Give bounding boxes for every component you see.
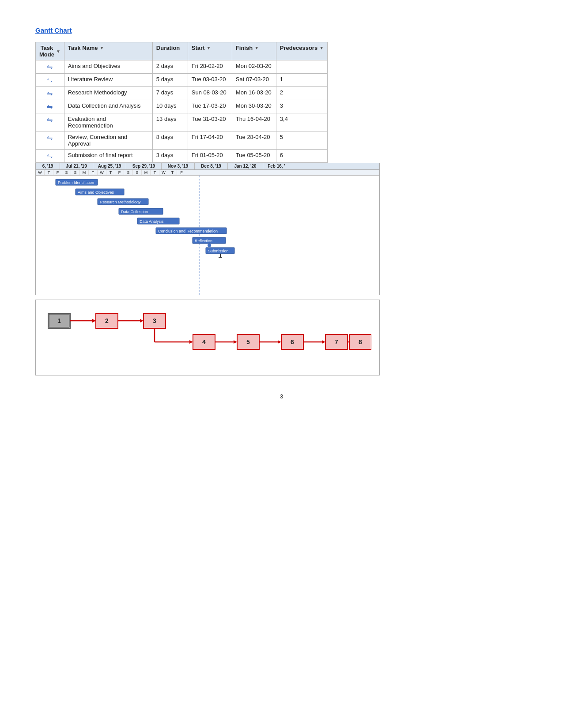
col-header-duration: Duration — [152, 42, 188, 60]
col-header-start: Start ▼ — [188, 42, 232, 60]
svg-text:4: 4 — [202, 338, 206, 345]
svg-text:Conclusion and Recommendetion: Conclusion and Recommendetion — [158, 229, 218, 233]
day-F1: F — [53, 170, 62, 175]
svg-text:Data Analysis: Data Analysis — [140, 219, 164, 224]
gantt-table: TaskMode ▼ Task Name ▼ Duration Start ▼ … — [35, 42, 328, 163]
svg-text:5: 5 — [246, 338, 250, 345]
svg-text:Problem Identifiation: Problem Identifiation — [58, 180, 94, 185]
cell-mode: ⇋ — [36, 150, 64, 163]
task-mode-icon: ⇋ — [39, 89, 60, 98]
cell-duration: 8 days — [152, 131, 188, 150]
table-row: ⇋Submission of final report3 daysFri 01-… — [36, 150, 328, 163]
cell-start: Tue 03-03-20 — [188, 74, 232, 87]
cell-start: Tue 17-03-20 — [188, 100, 232, 113]
cell-name: Submission of final report — [64, 150, 152, 163]
table-row: ⇋Literature Review5 daysTue 03-03-20Sat … — [36, 74, 328, 87]
day-F3: F — [177, 170, 186, 175]
day-W3: W — [159, 170, 168, 175]
chart-date-1: 6, '19 — [36, 163, 60, 169]
svg-text:Research Methodology: Research Methodology — [100, 200, 141, 204]
chart-date-7: Jan 12, '20 — [228, 163, 263, 169]
cell-name: Research Methodology — [64, 87, 152, 100]
table-row: ⇋Evaluation and Recommendetion13 daysTue… — [36, 113, 328, 131]
cell-mode: ⇋ — [36, 113, 64, 131]
cell-predecessors: 3 — [276, 100, 327, 113]
cell-mode: ⇋ — [36, 87, 64, 100]
svg-text:6: 6 — [291, 338, 294, 345]
cell-predecessors: 2 — [276, 87, 327, 100]
cell-finish: Tue 28-04-20 — [232, 131, 276, 150]
cell-duration: 13 days — [152, 113, 188, 131]
cell-finish: Sat 07-03-20 — [232, 74, 276, 87]
day-T4: T — [151, 170, 159, 175]
svg-text:2: 2 — [105, 317, 109, 324]
day-M2: M — [142, 170, 151, 175]
task-mode-icon: ⇋ — [39, 116, 60, 124]
cell-name: Literature Review — [64, 74, 152, 87]
day-F2: F — [115, 170, 124, 175]
task-mode-icon: ⇋ — [39, 134, 60, 142]
svg-text:3: 3 — [153, 317, 156, 324]
task-mode-icon: ⇋ — [39, 63, 60, 71]
cell-finish: Mon 30-03-20 — [232, 100, 276, 113]
col-header-mode: TaskMode ▼ — [36, 42, 64, 60]
page-title: Gantt Chart — [35, 26, 528, 34]
page-number: 3 — [35, 393, 528, 400]
cell-predecessors: 6 — [276, 150, 327, 163]
chart-date-8: Feb 16, ' — [263, 163, 290, 169]
cell-mode: ⇋ — [36, 131, 64, 150]
pred-dropdown-icon[interactable]: ▼ — [319, 45, 324, 50]
chart-date-5: Nov 3, '19 — [162, 163, 195, 169]
cell-name: Review, Correction and Approval — [64, 131, 152, 150]
start-dropdown-icon[interactable]: ▼ — [206, 45, 211, 50]
col-header-name: Task Name ▼ — [64, 42, 152, 60]
cell-mode: ⇋ — [36, 60, 64, 74]
day-T5: T — [168, 170, 177, 175]
cell-finish: Thu 16-04-20 — [232, 113, 276, 131]
col-header-finish: Finish ▼ — [232, 42, 276, 60]
cell-start: Fri 17-04-20 — [188, 131, 232, 150]
task-mode-icon: ⇋ — [39, 76, 60, 84]
cell-start: Fri 28-02-20 — [188, 60, 232, 74]
cell-predecessors: 1 — [276, 74, 327, 87]
cell-name: Evaluation and Recommendetion — [64, 113, 152, 131]
cell-finish: Mon 02-03-20 — [232, 60, 276, 74]
chart-date-4: Sep 29, '19 — [126, 163, 162, 169]
finish-dropdown-icon[interactable]: ▼ — [254, 45, 259, 50]
cell-finish: Mon 16-03-20 — [232, 87, 276, 100]
name-dropdown-icon[interactable]: ▼ — [100, 45, 104, 50]
chart-date-3: Aug 25, '19 — [93, 163, 126, 169]
cell-predecessors: 3,4 — [276, 113, 327, 131]
cell-mode: ⇋ — [36, 74, 64, 87]
day-S1: S — [62, 170, 71, 175]
svg-text:Reflection: Reflection — [195, 239, 212, 243]
svg-text:1: 1 — [57, 317, 61, 324]
chart-date-2: Jul 21, '19 — [60, 163, 93, 169]
cell-duration: 5 days — [152, 74, 188, 87]
cell-duration: 7 days — [152, 87, 188, 100]
day-T2: T — [89, 170, 98, 175]
table-row: ⇋Data Collection and Analysis10 daysTue … — [36, 100, 328, 113]
table-row: ⇋Research Methodology7 daysSun 08-03-20M… — [36, 87, 328, 100]
cell-duration: 10 days — [152, 100, 188, 113]
svg-point-15 — [208, 244, 211, 247]
day-S2: S — [71, 170, 80, 175]
day-T1: T — [45, 170, 53, 175]
day-S4: S — [133, 170, 142, 175]
svg-text:Data Collection: Data Collection — [121, 210, 148, 214]
day-T3: T — [106, 170, 115, 175]
cell-start: Fri 01-05-20 — [188, 150, 232, 163]
svg-text:8: 8 — [359, 338, 362, 345]
table-row: ⇋Review, Correction and Approval8 daysFr… — [36, 131, 328, 150]
cell-start: Sun 08-03-20 — [188, 87, 232, 100]
day-W1: W — [36, 170, 45, 175]
svg-text:Submission: Submission — [208, 249, 229, 253]
cell-start: Tue 31-03-20 — [188, 113, 232, 131]
day-S3: S — [124, 170, 133, 175]
chart-date-6: Dec 8, '19 — [195, 163, 228, 169]
cell-duration: 3 days — [152, 150, 188, 163]
cell-mode: ⇋ — [36, 100, 64, 113]
col-header-predecessors: Predecessors ▼ — [276, 42, 327, 60]
mode-dropdown-icon[interactable]: ▼ — [56, 49, 60, 54]
cell-finish: Tue 05-05-20 — [232, 150, 276, 163]
